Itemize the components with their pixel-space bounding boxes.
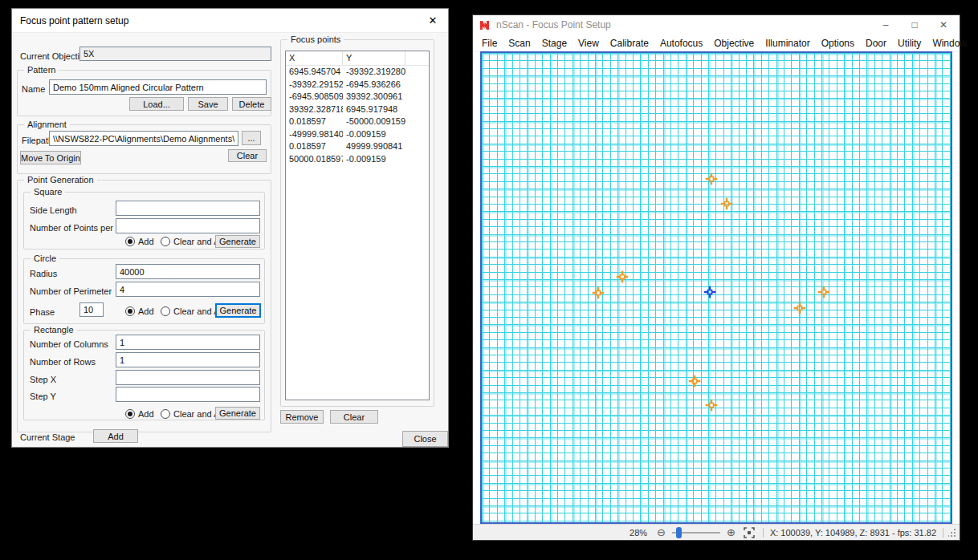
- circle-generate-button[interactable]: Generate: [215, 303, 261, 318]
- step-x-field[interactable]: [116, 370, 260, 385]
- phase-label: Phase: [30, 307, 55, 317]
- menu-options[interactable]: Options: [816, 38, 860, 49]
- focus-points-clear-button[interactable]: Clear: [330, 410, 378, 424]
- list-item[interactable]: 6945.945704 -39392.319280: [286, 66, 429, 79]
- menu-scan[interactable]: Scan: [503, 38, 536, 49]
- list-item[interactable]: -49999.981403 -0.009159: [286, 128, 429, 141]
- zoom-out-icon[interactable]: ⊖: [657, 527, 666, 538]
- menu-objective[interactable]: Objective: [708, 38, 760, 49]
- side-length-label: Side Length: [30, 205, 77, 215]
- nscan-logo-icon: [479, 20, 490, 30]
- current-position-marker[interactable]: [704, 286, 716, 298]
- load-button[interactable]: Load...: [129, 97, 184, 111]
- statusbar: 28% ⊖ ⊕ X: 100039, Y: 104989, Z: 8931 - …: [473, 524, 960, 540]
- zoom-percent-label: 28%: [630, 528, 647, 538]
- perimeter-label: Number of Perimeter: [30, 286, 112, 296]
- points-per-field[interactable]: [116, 218, 260, 233]
- stage-grid-view[interactable]: [480, 51, 952, 524]
- alignment-clear-button[interactable]: Clear: [228, 149, 267, 162]
- statusbar-separator: [943, 528, 943, 538]
- current-stage-add-button[interactable]: Add: [93, 429, 138, 443]
- nscan-window: nScan - Focus Point Setup – □ ✕ File Sca…: [472, 14, 960, 541]
- list-item[interactable]: 50000.018597 -0.009159: [286, 153, 429, 166]
- radio-icon: [161, 237, 170, 246]
- focus-point-marker[interactable]: [794, 302, 806, 314]
- close-icon[interactable]: ✕: [426, 14, 440, 28]
- radius-field[interactable]: [116, 264, 260, 279]
- dialog-titlebar[interactable]: Focus point pattern setup ✕: [12, 9, 448, 33]
- pattern-name-field[interactable]: [49, 79, 267, 95]
- menu-illuminator[interactable]: Illuminator: [760, 38, 815, 49]
- columns-label: Number of Columns: [30, 339, 108, 349]
- current-objective-label: Current Objective: [20, 51, 89, 61]
- radio-icon: [161, 409, 170, 419]
- current-objective-field[interactable]: [79, 47, 271, 61]
- maximize-button[interactable]: □: [900, 15, 929, 34]
- save-button[interactable]: Save: [188, 97, 228, 111]
- list-item[interactable]: 0.018597 -50000.009159: [286, 116, 429, 128]
- window-close-button[interactable]: ✕: [929, 15, 958, 34]
- browse-button[interactable]: ...: [242, 131, 261, 145]
- circle-group-label: Circle: [31, 254, 59, 263]
- column-header-x[interactable]: X: [286, 51, 343, 65]
- focus-points-list-header[interactable]: X Y: [286, 51, 429, 66]
- close-button[interactable]: Close: [402, 431, 448, 447]
- square-add-radio[interactable]: Add: [125, 237, 154, 246]
- menu-calibrate[interactable]: Calibrate: [605, 38, 654, 49]
- focus-point-pattern-setup-dialog: Focus point pattern setup ✕ Current Obje…: [11, 8, 449, 448]
- desktop: Focus point pattern setup ✕ Current Obje…: [0, 0, 978, 560]
- zoom-in-icon[interactable]: ⊕: [727, 527, 736, 538]
- list-item[interactable]: 0.018597 49999.990841: [286, 140, 429, 153]
- focus-point-marker[interactable]: [706, 400, 718, 412]
- menu-file[interactable]: File: [476, 38, 503, 49]
- pattern-group-label: Pattern: [24, 65, 59, 75]
- focus-point-marker[interactable]: [617, 271, 629, 283]
- columns-field[interactable]: [116, 335, 260, 350]
- perimeter-field[interactable]: [116, 282, 260, 297]
- move-to-origin-button[interactable]: Move To Origin: [20, 151, 81, 164]
- circle-add-radio[interactable]: Add: [125, 306, 154, 316]
- delete-button[interactable]: Delete: [232, 97, 271, 111]
- window-titlebar[interactable]: nScan - Focus Point Setup – □ ✕: [473, 15, 960, 34]
- resize-grip[interactable]: [948, 528, 956, 538]
- filepath-field[interactable]: [49, 131, 238, 146]
- square-group-label: Square: [31, 187, 65, 197]
- list-item[interactable]: -39392.291523 -6945.936266: [286, 79, 429, 91]
- zoom-slider[interactable]: [672, 527, 720, 538]
- menu-view[interactable]: View: [573, 38, 605, 49]
- menu-stage[interactable]: Stage: [536, 38, 573, 49]
- menu-door[interactable]: Door: [860, 38, 892, 49]
- phase-field[interactable]: [79, 302, 104, 317]
- rectangle-add-radio[interactable]: Add: [125, 409, 154, 419]
- fit-to-screen-icon[interactable]: [744, 527, 755, 538]
- remove-button[interactable]: Remove: [280, 410, 324, 424]
- radio-icon: [125, 237, 135, 246]
- rows-label: Number of Rows: [30, 357, 96, 367]
- minimize-button[interactable]: –: [871, 15, 900, 34]
- radius-label: Radius: [30, 269, 57, 278]
- dialog-title: Focus point pattern setup: [20, 15, 128, 26]
- zoom-slider-handle[interactable]: [676, 527, 682, 538]
- side-length-field[interactable]: [116, 201, 260, 216]
- square-generate-button[interactable]: Generate: [215, 235, 260, 248]
- focus-points-list[interactable]: X Y 6945.945704 -39392.319280 -39392.291…: [285, 51, 430, 400]
- menu-secsgem[interactable]: SECS/GEM: [972, 38, 978, 49]
- rectangle-generate-button[interactable]: Generate: [215, 407, 260, 420]
- column-header-y[interactable]: Y: [343, 51, 405, 65]
- current-stage-label: Current Stage: [20, 432, 75, 442]
- pattern-name-label: Name: [22, 84, 45, 94]
- menu-utility[interactable]: Utility: [892, 38, 927, 49]
- list-item[interactable]: 39392.328718 6945.917948: [286, 103, 429, 116]
- list-item[interactable]: -6945.908509 39392.300961: [286, 91, 429, 103]
- focus-point-marker[interactable]: [593, 287, 605, 299]
- focus-point-marker[interactable]: [706, 173, 718, 185]
- rows-field[interactable]: [116, 352, 260, 367]
- menu-autofocus[interactable]: Autofocus: [654, 38, 708, 49]
- menu-window[interactable]: Window: [927, 38, 972, 49]
- radio-icon: [161, 306, 170, 316]
- points-per-label: Number of Points per: [30, 223, 113, 233]
- focus-point-marker[interactable]: [721, 198, 733, 210]
- focus-point-marker[interactable]: [818, 286, 830, 298]
- focus-point-marker[interactable]: [689, 375, 701, 388]
- step-y-field[interactable]: [116, 387, 260, 402]
